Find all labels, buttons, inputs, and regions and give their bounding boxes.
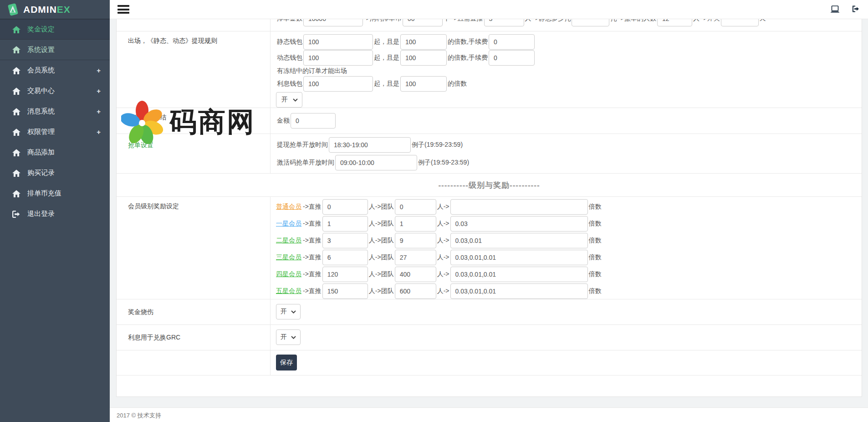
static-wallet-min-input[interactable]	[303, 34, 373, 50]
level4-team-input[interactable]	[395, 267, 436, 282]
level3-team-input[interactable]	[395, 250, 436, 265]
sidebar-item-member-system[interactable]: 会员系统 +	[0, 60, 110, 81]
sidebar-item-label: 消息系统	[27, 107, 55, 116]
home-icon	[12, 87, 20, 95]
level3-multiple-input[interactable]	[450, 250, 588, 265]
home-icon	[12, 26, 20, 33]
level-link-normal[interactable]: 普通会员	[276, 203, 301, 211]
frozen-amount-input[interactable]	[291, 113, 336, 129]
sidebar-item-permission-mgmt[interactable]: 权限管理 +	[0, 122, 110, 142]
field-label: 人->	[437, 220, 449, 228]
level-link-2star[interactable]: 二星会员	[276, 237, 301, 245]
desktop-icon[interactable]	[830, 5, 840, 13]
sidebar-item-bonus-settings[interactable]: 奖金设定	[0, 19, 110, 40]
hamburger-menu-icon[interactable]	[117, 5, 129, 15]
field-label: 的倍数	[448, 80, 467, 88]
sidebar-item-coin-recharge[interactable]: 排单币充值	[0, 183, 110, 204]
level5-multiple-input[interactable]	[450, 283, 588, 299]
level2-direct-input[interactable]	[322, 233, 368, 248]
field-label: 人->	[437, 270, 449, 278]
profit-coin-input[interactable]	[403, 19, 443, 26]
activation-grab-time-label: 激活码抢单开放时间	[277, 159, 334, 167]
row-grab-settings: 抢单设置 提现抢单开放时间 例子(19:59-23:59) 激活码抢单开放时间 …	[117, 134, 862, 174]
interest-wallet-min-input[interactable]	[303, 76, 373, 92]
top-header-bar	[110, 0, 868, 19]
static-wallet-fee-input[interactable]	[489, 34, 535, 50]
sidebar-item-label: 交易中心	[27, 87, 55, 95]
level1-multiple-input[interactable]	[450, 216, 588, 232]
expand-plus-icon[interactable]: +	[97, 67, 101, 74]
level-link-1star[interactable]: 一星会员	[276, 220, 301, 228]
level2-team-input[interactable]	[395, 233, 436, 248]
withdraw-grab-time-input[interactable]	[329, 137, 411, 153]
field-label: ->直推	[303, 203, 322, 211]
sidebar-item-system-settings[interactable]: 系统设置	[0, 40, 110, 60]
activation-grab-time-input[interactable]	[335, 155, 417, 170]
sidebar-item-trade-center[interactable]: 交易中心 +	[0, 81, 110, 101]
field-label: 倍数	[589, 270, 602, 278]
interest-grc-select[interactable]: 开	[276, 329, 301, 345]
level5-direct-input[interactable]	[322, 283, 368, 299]
withdraw-switch-select[interactable]: 开	[276, 92, 302, 108]
logout-icon[interactable]	[852, 5, 859, 12]
level2-multiple-input[interactable]	[450, 233, 588, 248]
row-section-header: ----------级别与奖励----------	[117, 174, 862, 197]
level0-team-input[interactable]	[395, 199, 436, 215]
direct-required-input[interactable]	[484, 19, 524, 26]
brand-logo-icon	[6, 2, 20, 17]
bonus-burn-label: 奖金烧伤	[117, 299, 271, 324]
chevron-down-icon	[293, 98, 298, 102]
sidebar-item-label: 系统设置	[27, 46, 55, 54]
settings-form-panel: 排单金数 ->消利排单币 个 ->且需直推 人 ->静态多少托 托 ->派单的人…	[116, 19, 862, 397]
interest-wallet-multiple-input[interactable]	[400, 76, 447, 92]
level-link-4star[interactable]: 四星会员	[276, 270, 301, 278]
expand-plus-icon[interactable]: +	[97, 87, 101, 95]
time-format-hint: 例子(19:59-23:59)	[412, 141, 463, 149]
withdraw-rules-label: 出场，《静态、动态》提现规则	[117, 31, 271, 108]
row-frozen-amount: 静态分红冻结 金额	[117, 108, 862, 134]
dynamic-wallet-multiple-input[interactable]	[400, 50, 447, 66]
level-line-5star: 五星会员 ->直推 人->团队 人-> 倍数	[276, 283, 856, 299]
field-label: 倍数	[589, 253, 602, 262]
sidebar-item-product-add[interactable]: 商品添加	[0, 142, 110, 163]
static-amount-input[interactable]	[572, 19, 609, 26]
level-line-3star: 三星会员 ->直推 人->团队 人-> 倍数	[276, 250, 856, 265]
static-wallet-multiple-input[interactable]	[400, 34, 447, 50]
level4-multiple-input[interactable]	[450, 267, 588, 282]
level4-direct-input[interactable]	[322, 267, 368, 282]
level-link-5star[interactable]: 五星会员	[276, 287, 301, 295]
field-label: 人->团队	[369, 287, 394, 295]
level3-direct-input[interactable]	[322, 250, 368, 265]
save-button[interactable]: 保存	[276, 355, 297, 371]
level-line-normal: 普通会员 ->直推 人->团队 人-> 倍数	[276, 199, 856, 215]
level1-team-input[interactable]	[395, 216, 436, 232]
level0-direct-input[interactable]	[322, 199, 368, 215]
level0-multiple-input[interactable]	[450, 199, 588, 215]
sidebar: ADMINEX 奖金设定 系统设置 会员系统 + 交易中心 + 消息系统 + 权…	[0, 0, 110, 422]
field-label: ->直推	[303, 270, 322, 278]
field-label: 托 ->派单的人数	[610, 19, 656, 23]
dynamic-wallet-min-input[interactable]	[303, 50, 373, 66]
field-label: 人->团队	[369, 237, 394, 245]
sidebar-item-logout[interactable]: 退出登录	[0, 204, 110, 224]
level1-direct-input[interactable]	[322, 216, 368, 232]
level-link-3star[interactable]: 三星会员	[276, 253, 301, 262]
expand-plus-icon[interactable]: +	[97, 108, 101, 115]
dynamic-wallet-label: 动态钱包	[277, 54, 302, 62]
field-label: 天	[760, 19, 766, 23]
sidebar-nav: 奖金设定 系统设置 会员系统 + 交易中心 + 消息系统 + 权限管理 +	[0, 19, 110, 224]
expand-plus-icon[interactable]: +	[97, 128, 101, 136]
bonus-burn-select[interactable]: 开	[276, 304, 301, 319]
field-label: 的倍数,手续费	[448, 54, 488, 62]
sidebar-item-message-system[interactable]: 消息系统 +	[0, 101, 110, 122]
switch-days-input[interactable]	[721, 19, 759, 26]
app-logo[interactable]: ADMINEX	[0, 0, 110, 19]
home-icon	[12, 170, 20, 177]
dispatch-count-input[interactable]	[657, 19, 692, 26]
dynamic-wallet-fee-input[interactable]	[489, 50, 535, 66]
order-amount-input[interactable]	[303, 19, 363, 26]
sidebar-item-purchase-records[interactable]: 购买记录	[0, 163, 110, 183]
brand-name: ADMINEX	[23, 4, 71, 15]
level5-team-input[interactable]	[395, 283, 436, 299]
field-label: 人 ->静态多少托	[525, 19, 571, 23]
